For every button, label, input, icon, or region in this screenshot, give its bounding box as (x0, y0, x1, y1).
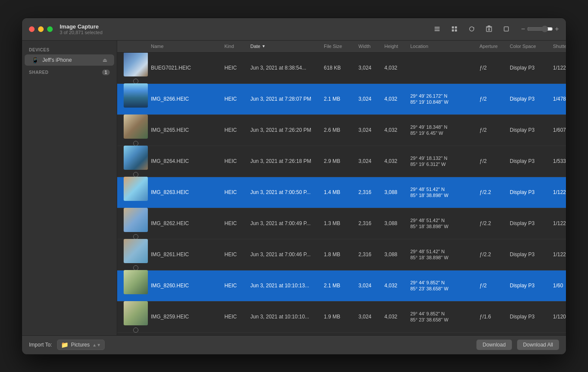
thumbnail-image (124, 146, 148, 170)
svg-rect-12 (488, 25, 490, 26)
col-height-header[interactable]: Height (384, 44, 410, 49)
col-aperture-header[interactable]: Aperture (479, 44, 510, 49)
cell-aperture: ƒ/2.2 (479, 220, 510, 226)
col-name-header[interactable]: Name (151, 44, 224, 49)
radio-dot[interactable] (133, 327, 138, 333)
cell-location: 29° 48' 51.42" N85° 18' 38.898" W (410, 217, 479, 230)
crop-button[interactable] (500, 23, 512, 35)
cell-shutter: 1/60 (553, 283, 566, 289)
col-colorspace-header[interactable]: Color Space (510, 44, 553, 49)
cell-name: IMG_8266.HEIC (151, 96, 224, 102)
cell-colorspace: Display P3 (510, 189, 553, 195)
cell-aperture: ƒ/2 (479, 283, 510, 289)
sidebar: DEVICES 📱 Jeff's iPhone ⏏ SHARED 1 (22, 41, 117, 335)
cell-location: 29° 44' 9.852" N85° 23' 38.658" W (410, 280, 479, 292)
cell-height: 4,032 (384, 96, 410, 102)
cell-shutter: 1/122 (553, 220, 566, 226)
sidebar-item-iphone[interactable]: 📱 Jeff's iPhone ⏏ (25, 54, 114, 66)
svg-rect-13 (504, 27, 508, 31)
table-row[interactable]: IMG_8266.HEIC HEIC Jun 3, 2021 at 7:28:0… (117, 84, 566, 115)
svg-rect-9 (488, 28, 489, 31)
cell-date: Jun 3, 2021 at 8:38:54... (250, 65, 324, 71)
cell-width: 2,316 (358, 251, 384, 258)
cell-kind: HEIC (224, 65, 250, 71)
bottom-bar: Import To: 📁 Pictures ▲▼ Download Downlo… (22, 335, 566, 354)
cell-date: Jun 3, 2021 at 10:10:10... (250, 314, 324, 320)
title-info: Image Capture 3 of 20,871 selected (60, 23, 431, 35)
thumbnail-container (121, 239, 151, 270)
svg-rect-11 (486, 26, 492, 27)
col-shutter-header[interactable]: Shutter Speed (553, 44, 566, 49)
table-row[interactable]: IMG_8263.HEIC HEIC Jun 3, 2021 at 7:00:5… (117, 177, 566, 208)
cell-date: Jun 3, 2021 at 7:26:18 PM (250, 158, 324, 164)
cell-width: 3,024 (358, 283, 384, 289)
cell-colorspace: Display P3 (510, 251, 553, 258)
cell-width: 3,024 (358, 65, 384, 71)
thumbnail-container (121, 177, 151, 208)
folder-icon: 📁 (61, 341, 68, 348)
table-row[interactable]: IMG_8260.HEIC HEIC Jun 3, 2021 at 10:10:… (117, 270, 566, 302)
table-row[interactable]: BUEG7021.HEIC HEIC Jun 3, 2021 at 8:38:5… (117, 53, 566, 84)
svg-rect-1 (435, 29, 440, 29)
cell-shutter: 1/607 (553, 127, 566, 133)
cell-date: Jun 3, 2021 at 7:00:46 P... (250, 251, 324, 258)
thumbnail-container (121, 114, 151, 146)
shared-section: SHARED 1 (22, 66, 117, 77)
import-folder-select[interactable]: 📁 Pictures ▲▼ (57, 340, 105, 350)
cell-aperture: ƒ/2 (479, 158, 510, 164)
table-row[interactable]: IMG_8265.HEIC HEIC Jun 3, 2021 at 7:26:2… (117, 115, 566, 146)
download-all-button[interactable]: Download All (517, 340, 559, 350)
cell-date: Jun 3, 2021 at 7:28:07 PM (250, 96, 324, 102)
folder-name: Pictures (71, 342, 89, 348)
zoom-slider[interactable] (527, 25, 553, 32)
eject-icon[interactable]: ⏏ (102, 57, 107, 63)
cell-width: 3,024 (358, 127, 384, 133)
col-date-header[interactable]: Date ▼ (250, 44, 324, 49)
col-filesize-header[interactable]: File Size (324, 44, 358, 49)
cell-location: 29° 49' 18.348" N85° 19' 6.45" W (410, 124, 479, 137)
svg-rect-2 (435, 30, 440, 31)
cell-name: IMG_8262.HEIC (151, 220, 224, 226)
cell-filesize: 1.9 MB (324, 314, 358, 320)
cell-location: 29° 48' 51.42" N85° 18' 38.898" W (410, 186, 479, 199)
thumbnail-container (121, 301, 151, 333)
rotate-button[interactable] (466, 23, 478, 35)
cell-name: IMG_8265.HEIC (151, 127, 224, 133)
cell-colorspace: Display P3 (510, 65, 553, 71)
cell-shutter: 1/4785 (553, 96, 566, 102)
table-row[interactable]: IMG_8261.HEIC HEIC Jun 3, 2021 at 7:00:4… (117, 239, 566, 270)
maximize-button[interactable] (47, 26, 53, 32)
delete-button[interactable] (483, 23, 495, 35)
app-window: Image Capture 3 of 20,871 selected (22, 18, 566, 355)
sort-arrow-icon: ▼ (262, 44, 265, 48)
svg-point-7 (470, 27, 474, 31)
table-row[interactable]: IMG_8259.HEIC HEIC Jun 3, 2021 at 10:10:… (117, 302, 566, 333)
svg-rect-4 (455, 26, 457, 29)
col-kind-header[interactable]: Kind (224, 44, 250, 49)
grid-view-button[interactable] (448, 23, 460, 35)
cell-filesize: 2.1 MB (324, 96, 358, 102)
cell-date: Jun 3, 2021 at 7:00:50 P... (250, 189, 324, 195)
col-width-header[interactable]: Width (358, 44, 384, 49)
table-row[interactable]: IMG_8264.HEIC HEIC Jun 3, 2021 at 7:26:1… (117, 146, 566, 177)
table-row[interactable]: IMG_8262.HEIC HEIC Jun 3, 2021 at 7:00:4… (117, 208, 566, 239)
cell-height: 4,032 (384, 314, 410, 320)
cell-filesize: 2.6 MB (324, 127, 358, 133)
dropdown-arrow-icon: ▲▼ (93, 343, 101, 347)
thumbnail-container (121, 53, 151, 84)
minimize-button[interactable] (38, 26, 44, 32)
cell-name: IMG_8263.HEIC (151, 189, 224, 195)
list-view-button[interactable] (431, 23, 443, 35)
cell-kind: HEIC (224, 314, 250, 320)
thumbnail-container (121, 83, 151, 115)
cell-name: IMG_8261.HEIC (151, 251, 224, 258)
zoom-out-icon (521, 27, 525, 31)
cell-width: 3,024 (358, 158, 384, 164)
download-button[interactable]: Download (476, 340, 511, 350)
table-body[interactable]: BUEG7021.HEIC HEIC Jun 3, 2021 at 8:38:5… (117, 53, 566, 335)
cell-kind: HEIC (224, 251, 250, 258)
close-button[interactable] (29, 26, 35, 32)
cell-height: 3,088 (384, 220, 410, 226)
cell-colorspace: Display P3 (510, 127, 553, 133)
col-location-header[interactable]: Location (410, 44, 479, 49)
